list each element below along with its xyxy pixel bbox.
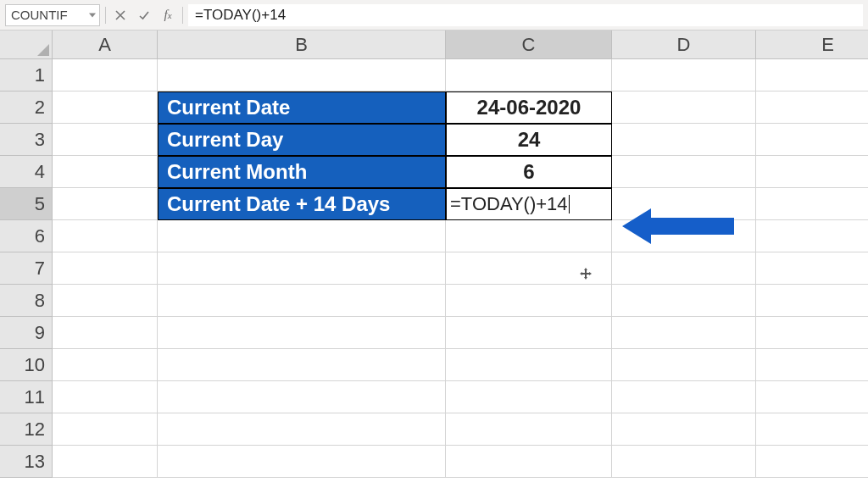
cell-b8[interactable] — [158, 285, 446, 317]
insert-function-button[interactable]: fx — [159, 6, 177, 25]
row-header-10[interactable]: 10 — [0, 349, 53, 381]
row-header-1[interactable]: 1 — [0, 59, 53, 92]
close-icon — [114, 9, 126, 21]
cell-e12[interactable] — [756, 413, 868, 446]
cell-b9[interactable] — [158, 317, 446, 349]
cell-e11[interactable] — [756, 381, 868, 413]
cell-a9[interactable] — [53, 317, 158, 349]
formula-input[interactable] — [188, 4, 863, 26]
cell-e6[interactable] — [756, 220, 868, 252]
cell-c10[interactable] — [446, 349, 612, 381]
row-header-11[interactable]: 11 — [0, 381, 53, 413]
row-header-4[interactable]: 4 — [0, 156, 53, 188]
cell-c6[interactable] — [446, 220, 612, 252]
row-header-9[interactable]: 9 — [0, 317, 53, 349]
cell-b4[interactable]: Current Month — [158, 156, 446, 188]
cell-c11[interactable] — [446, 381, 612, 413]
cell-a6[interactable] — [53, 220, 158, 252]
cell-d9[interactable] — [612, 317, 756, 349]
cell-c3[interactable]: 24 — [446, 124, 612, 156]
cell-b3[interactable]: Current Day — [158, 124, 446, 156]
cell-c4[interactable]: 6 — [446, 156, 612, 188]
cancel-button[interactable] — [111, 6, 130, 25]
cell-b10[interactable] — [158, 349, 446, 381]
col-header-b[interactable]: B — [158, 30, 446, 59]
cell-e2[interactable] — [756, 92, 868, 124]
cell-c13[interactable] — [446, 446, 612, 478]
cell-e13[interactable] — [756, 446, 868, 478]
formula-bar: COUNTIF fx — [0, 0, 868, 30]
enter-button[interactable] — [135, 6, 153, 25]
cell-e7[interactable] — [756, 252, 868, 285]
cell-a1[interactable] — [53, 59, 158, 92]
cell-d2[interactable] — [612, 92, 756, 124]
cell-b11[interactable] — [158, 381, 446, 413]
row-header-7[interactable]: 7 — [0, 252, 53, 285]
cell-e8[interactable] — [756, 285, 868, 317]
row-header-8[interactable]: 8 — [0, 285, 53, 317]
cell-d3[interactable] — [612, 124, 756, 156]
select-all-corner[interactable] — [0, 30, 53, 59]
row-header-2[interactable]: 2 — [0, 92, 53, 124]
cell-b1[interactable] — [158, 59, 446, 92]
cell-c8[interactable] — [446, 285, 612, 317]
text-caret — [569, 195, 570, 214]
name-box-value: COUNTIF — [11, 8, 68, 22]
cell-b5[interactable]: Current Date + 14 Days — [158, 188, 446, 220]
cells: Current Date 24-06-2020 Current Day 24 C… — [53, 59, 868, 478]
cell-e4[interactable] — [756, 156, 868, 188]
col-header-e[interactable]: E — [756, 30, 868, 59]
cell-b13[interactable] — [158, 446, 446, 478]
cell-c7[interactable] — [446, 252, 612, 285]
cell-c2[interactable]: 24-06-2020 — [446, 92, 612, 124]
row-header-12[interactable]: 12 — [0, 413, 53, 446]
cell-a4[interactable] — [53, 156, 158, 188]
name-box[interactable]: COUNTIF — [5, 4, 100, 26]
cell-c9[interactable] — [446, 317, 612, 349]
cell-d8[interactable] — [612, 285, 756, 317]
cell-a2[interactable] — [53, 92, 158, 124]
cell-d13[interactable] — [612, 446, 756, 478]
col-header-c[interactable]: C — [446, 30, 612, 59]
col-header-d[interactable]: D — [612, 30, 756, 59]
check-icon — [138, 9, 150, 21]
chevron-down-icon[interactable] — [89, 13, 96, 17]
cell-d10[interactable] — [612, 349, 756, 381]
cell-a5[interactable] — [53, 188, 158, 220]
fx-icon: fx — [164, 8, 171, 22]
cell-d12[interactable] — [612, 413, 756, 446]
cell-b12[interactable] — [158, 413, 446, 446]
cell-a7[interactable] — [53, 252, 158, 285]
cell-b6[interactable] — [158, 220, 446, 252]
cell-d11[interactable] — [612, 381, 756, 413]
cell-c1[interactable] — [446, 59, 612, 92]
cell-a13[interactable] — [53, 446, 158, 478]
row-headers: 1 2 3 4 5 6 7 8 9 10 11 12 13 — [0, 59, 53, 478]
cell-b2[interactable]: Current Date — [158, 92, 446, 124]
cell-d7[interactable] — [612, 252, 756, 285]
cell-e10[interactable] — [756, 349, 868, 381]
divider — [105, 7, 106, 24]
cell-d1[interactable] — [612, 59, 756, 92]
cell-d5[interactable] — [612, 188, 756, 220]
cell-a3[interactable] — [53, 124, 158, 156]
cell-e5[interactable] — [756, 188, 868, 220]
cell-a8[interactable] — [53, 285, 158, 317]
cell-c12[interactable] — [446, 413, 612, 446]
row-header-3[interactable]: 3 — [0, 124, 53, 156]
cell-e9[interactable] — [756, 317, 868, 349]
cell-b7[interactable] — [158, 252, 446, 285]
cell-d4[interactable] — [612, 156, 756, 188]
cell-a12[interactable] — [53, 413, 158, 446]
cell-a10[interactable] — [53, 349, 158, 381]
divider — [182, 7, 183, 24]
row-header-6[interactable]: 6 — [0, 220, 53, 252]
cell-d6[interactable] — [612, 220, 756, 252]
row-header-5[interactable]: 5 — [0, 188, 53, 220]
col-header-a[interactable]: A — [53, 30, 158, 59]
row-header-13[interactable]: 13 — [0, 446, 53, 478]
cell-c5[interactable]: =TODAY()+14 — [446, 188, 612, 220]
cell-e3[interactable] — [756, 124, 868, 156]
cell-a11[interactable] — [53, 381, 158, 413]
cell-e1[interactable] — [756, 59, 868, 92]
